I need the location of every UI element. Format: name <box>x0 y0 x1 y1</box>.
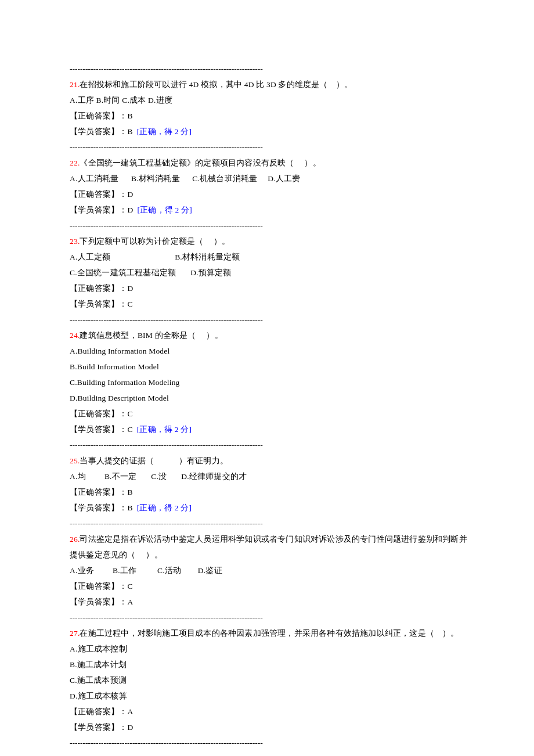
option-a: A.Building Information Model <box>70 343 470 359</box>
question-23-options-line2: C.全国统一建筑工程基础定额 D.预算定额 <box>70 265 470 280</box>
student-answer: 【学员答案】：C <box>70 296 470 312</box>
question-22-options: A.人工消耗量 B.材料消耗量 C.机械台班消耗量 D.人工费 <box>70 171 470 186</box>
question-25-options: A.均 B.不一定 C.没 D.经律师提交的才 <box>70 469 470 484</box>
question-21-stem: 21.在招投标和施工阶段可以进行 4D 模拟，其中 4D 比 3D 多的维度是（… <box>70 77 470 92</box>
student-answer-text: 【学员答案】：B <box>70 127 137 136</box>
stem-text: 在招投标和施工阶段可以进行 4D 模拟，其中 4D 比 3D 多的维度是（ ）。 <box>80 80 352 89</box>
correct-answer: 【正确答案】：D <box>70 186 470 202</box>
separator: ----------------------------------------… <box>70 139 470 155</box>
separator: ----------------------------------------… <box>70 312 470 327</box>
option-d: D.施工成本核算 <box>70 688 470 704</box>
question-22-stem: 22.《全国统一建筑工程基础定额》的定额项目内容没有反映（ ）。 <box>70 155 470 171</box>
student-answer-text: 【学员答案】：B <box>70 503 137 512</box>
feedback-text: [正确，得 2 分] <box>138 206 193 214</box>
question-number: 26. <box>70 535 80 543</box>
separator: ----------------------------------------… <box>70 516 470 531</box>
student-answer: 【学员答案】：D [正确，得 2 分] <box>70 202 470 218</box>
student-answer: 【学员答案】：B [正确，得 2 分] <box>70 124 470 139</box>
option-a: A.施工成本控制 <box>70 641 470 657</box>
option-b: B.施工成本计划 <box>70 657 470 672</box>
question-21-options: A.工序 B.时间 C.成本 D.进度 <box>70 92 470 108</box>
question-number: 25. <box>70 456 80 465</box>
question-23-stem: 23.下列定额中可以称为计价定额是（ ）。 <box>70 233 470 249</box>
question-27-stem: 27.在施工过程中，对影响施工项目成本的各种因素加强管理，并采用各种有效措施加以… <box>70 625 470 641</box>
correct-answer: 【正确答案】：C <box>70 578 470 594</box>
question-26-options: A.业务 B.工作 C.活动 D.鉴证 <box>70 563 470 578</box>
question-number: 27. <box>70 629 80 638</box>
separator: ----------------------------------------… <box>70 61 470 77</box>
question-number: 22. <box>70 159 80 167</box>
stem-text: 司法鉴定是指在诉讼活动中鉴定人员运用科学知识或者专门知识对诉讼涉及的专门性问题进… <box>70 535 467 559</box>
document-page: ----------------------------------------… <box>0 0 534 756</box>
stem-text: 当事人提交的证据（ ）有证明力。 <box>80 456 228 465</box>
option-d: D.Building Description Model <box>70 390 470 406</box>
stem-text: 在施工过程中，对影响施工项目成本的各种因素加强管理，并采用各种有效措施加以纠正，… <box>80 629 459 638</box>
correct-answer: 【正确答案】：B <box>70 108 470 124</box>
question-number: 23. <box>70 237 80 246</box>
option-b: B.Build Information Model <box>70 359 470 375</box>
question-24-stem: 24.建筑信息模型，BIM 的全称是（ ）。 <box>70 327 470 343</box>
question-number: 24. <box>70 331 80 340</box>
stem-text: 下列定额中可以称为计价定额是（ ）。 <box>80 237 230 246</box>
stem-text: 《全国统一建筑工程基础定额》的定额项目内容没有反映（ ）。 <box>80 159 320 167</box>
feedback-text: [正确，得 2 分] <box>137 127 192 136</box>
student-answer: 【学员答案】：A <box>70 594 470 610</box>
feedback-text: [正确，得 2 分] <box>137 503 192 512</box>
feedback-text: [正确，得 2 分] <box>137 425 192 434</box>
separator: ----------------------------------------… <box>70 218 470 233</box>
separator: ----------------------------------------… <box>70 610 470 625</box>
correct-answer: 【正确答案】：A <box>70 704 470 719</box>
student-answer-text: 【学员答案】：C <box>70 425 137 434</box>
question-23-options-line1: A.人工定额 B.材料消耗量定额 <box>70 249 470 265</box>
option-c: C.Building Information Modeling <box>70 375 470 390</box>
separator: ----------------------------------------… <box>70 735 470 751</box>
question-26-stem: 26.司法鉴定是指在诉讼活动中鉴定人员运用科学知识或者专门知识对诉讼涉及的专门性… <box>70 531 470 563</box>
question-25-stem: 25.当事人提交的证据（ ）有证明力。 <box>70 453 470 469</box>
correct-answer: 【正确答案】：B <box>70 484 470 500</box>
separator: ----------------------------------------… <box>70 437 470 453</box>
stem-text: 建筑信息模型，BIM 的全称是（ ）。 <box>80 331 222 340</box>
student-answer: 【学员答案】：D <box>70 719 470 735</box>
option-c: C.施工成本预测 <box>70 672 470 688</box>
student-answer: 【学员答案】：C [正确，得 2 分] <box>70 422 470 437</box>
student-answer-text: 【学员答案】：D <box>70 206 138 214</box>
correct-answer: 【正确答案】：D <box>70 280 470 296</box>
student-answer: 【学员答案】：B [正确，得 2 分] <box>70 500 470 516</box>
question-number: 21. <box>70 80 80 89</box>
correct-answer: 【正确答案】：C <box>70 406 470 422</box>
